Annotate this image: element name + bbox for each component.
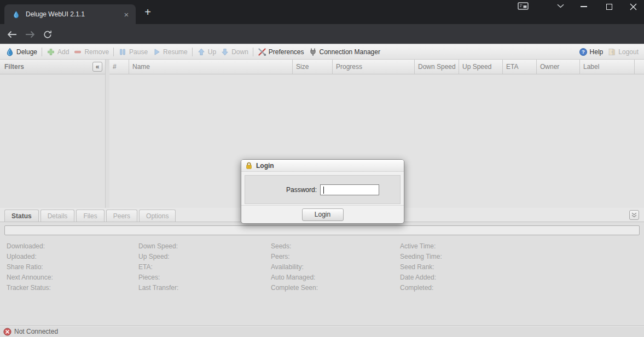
stat-label: Active Time: [400,241,442,252]
reload-button[interactable] [41,28,54,41]
login-form: Password: [245,175,401,204]
back-button[interactable] [5,28,19,41]
picture-in-picture-glyph [518,2,529,10]
tab-close-icon[interactable]: × [121,10,131,19]
toolbar-up-button[interactable]: Up [195,48,218,56]
column-header-down-speed[interactable]: Down Speed [415,60,459,74]
queue-down-arrow-icon [221,48,229,56]
back-arrow-icon [7,30,18,39]
login-dialog-title: Login [256,162,274,170]
status-tab-content: Downloaded: Uploaded: Share Ratio: Next … [0,222,644,314]
window-minimize-button[interactable] [572,0,596,13]
toolbar-help-button[interactable]: ? Help [577,48,606,56]
deluge-toolbar: Deluge Add Remove Pause Resume Up Down P… [0,45,644,60]
stats-column-2: Down Speed: Up Speed: ETA: Pieces: Last … [138,241,178,293]
stat-label: Availability: [271,262,318,272]
tab-search-chevron-icon[interactable] [549,0,571,12]
stat-label: ETA: [138,262,178,272]
text-caret [323,187,324,194]
new-tab-button[interactable]: + [141,6,154,19]
forward-button[interactable] [24,28,37,41]
stats-column-1: Downloaded: Uploaded: Share Ratio: Next … [7,241,53,293]
toolbar-logout-button[interactable]: Logout [605,48,641,56]
logout-door-icon [607,48,616,56]
reload-icon [43,30,53,39]
toolbar-down-button[interactable]: Down [218,48,251,56]
tab-options[interactable]: Options [139,210,176,222]
stat-label: Seeds: [271,241,318,252]
toolbar-resume-label: Resume [163,48,188,56]
toolbar-logout-label: Logout [618,48,639,56]
toolbar-remove-label: Remove [84,48,109,56]
login-dialog-footer: Login [241,205,404,223]
column-header-size[interactable]: Size [293,60,333,74]
window-close-button[interactable] [622,0,644,13]
svg-text:?: ? [582,49,585,55]
toolbar-up-label: Up [208,48,216,56]
connection-status-bar: Not Connected [0,326,644,337]
toolbar-help-label: Help [590,48,604,56]
column-header-up-speed[interactable]: Up Speed [459,60,503,74]
media-controls-icon[interactable] [512,0,534,12]
password-input[interactable] [320,184,379,195]
toolbar-preferences-button[interactable]: Preferences [256,48,306,56]
tab-status[interactable]: Status [4,210,39,222]
deluge-favicon-icon [12,10,20,19]
login-button[interactable]: Login [302,208,344,221]
column-header-owner[interactable]: Owner [537,60,580,74]
pause-icon [118,48,127,56]
toolbar-separator [253,48,253,56]
stat-label: Complete Seen: [271,283,318,293]
column-header-progress[interactable]: Progress [333,60,415,74]
toolbar-remove-button[interactable]: Remove [71,48,111,56]
stat-label: Auto Managed: [271,272,318,283]
forward-arrow-icon [25,30,36,39]
panel-splitter[interactable] [106,60,109,208]
window-maximize-button[interactable] [597,0,621,13]
stat-label: Tracker Status: [7,283,53,293]
login-dialog: Login Password: Login [241,159,404,224]
browser-tab-title: Deluge WebUI 2.1.1 [26,10,121,18]
deluge-drop-icon [5,48,14,56]
connection-status-text: Not Connected [14,328,58,335]
column-header-label[interactable]: Label [580,60,635,74]
tab-files[interactable]: Files [76,210,104,222]
column-header-number[interactable]: # [109,60,129,74]
stat-label: Completed: [400,283,442,293]
browser-tab-strip: Deluge WebUI 2.1.1 × + [0,0,644,24]
remove-minus-icon [73,48,82,56]
password-row: Password: [245,184,400,195]
close-icon [630,3,637,10]
stat-label: Uploaded: [7,252,53,262]
toolbar-deluge-label: Deluge [16,48,37,56]
toolbar-deluge-button[interactable]: Deluge [3,48,39,56]
toolbar-add-button[interactable]: Add [44,48,71,56]
add-plus-icon [47,48,55,56]
stat-label: Peers: [271,252,318,262]
toolbar-connection-manager-button[interactable]: Connection Manager [306,48,382,56]
tab-peers[interactable]: Peers [106,210,137,222]
queue-up-arrow-icon [197,48,206,56]
column-header-eta[interactable]: ETA [503,60,537,74]
column-header-name[interactable]: Name [129,60,293,74]
panel-collapse-button[interactable] [629,210,639,220]
toolbar-preferences-label: Preferences [269,48,304,56]
toolbar-pause-button[interactable]: Pause [116,48,150,56]
filters-header: Filters « [0,60,105,74]
stat-label: Last Transfer: [138,283,178,293]
lock-icon [245,162,253,170]
stat-label: Seed Rank: [400,262,442,272]
filters-collapse-button[interactable]: « [92,62,102,72]
filters-title: Filters [4,63,24,71]
toolbar-separator [192,48,193,56]
maximize-icon [606,4,612,10]
detail-panel: Status Details Files Peers Options Downl… [0,208,644,326]
toolbar-resume-button[interactable]: Resume [150,48,190,56]
tab-details[interactable]: Details [40,210,75,222]
login-dialog-header[interactable]: Login [241,160,404,172]
chevron-down-glyph [557,4,564,8]
minimize-icon [581,6,587,7]
toolbar-connection-manager-label: Connection Manager [320,48,380,56]
browser-tab[interactable]: Deluge WebUI 2.1.1 × [4,4,136,24]
password-label: Password: [245,186,317,194]
